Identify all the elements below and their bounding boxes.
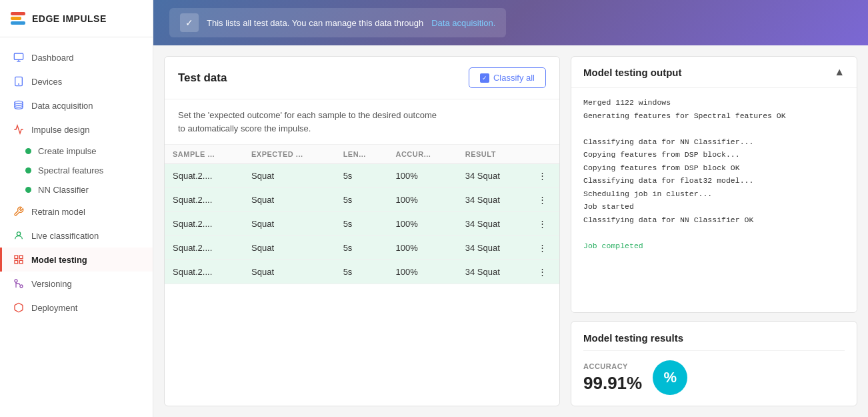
table-row: Squat.2.... Squat 5s 100% 34 Squat ⋮ <box>165 212 559 236</box>
log-line: Generating features for Spectral feature… <box>583 109 845 123</box>
log-line: Merged 1122 windows <box>583 96 845 109</box>
sidebar-item-live-classification[interactable]: Live classification <box>0 224 153 248</box>
accuracy-value: 99.91% <box>583 373 642 394</box>
model-results-title: Model testing results <box>583 332 845 351</box>
git-icon <box>13 278 25 290</box>
model-output-card: Model testing output ▲ Merged 1122 windo… <box>571 56 857 313</box>
table-row: Squat.2.... Squat 5s 100% 34 Squat ⋮ <box>165 164 559 188</box>
cell-sample: Squat.2.... <box>165 212 243 236</box>
tool-icon <box>13 205 25 218</box>
right-panel: Model testing output ▲ Merged 1122 windo… <box>571 56 857 406</box>
sidebar: EDGE IMPULSE Dashboard Devices Data acqu… <box>0 0 153 417</box>
cell-menu[interactable]: ⋮ <box>526 236 559 260</box>
sidebar-item-spectral-features[interactable]: Spectral features <box>0 161 153 180</box>
classify-icon: ✓ <box>480 73 489 83</box>
cell-result: 34 Squat <box>457 236 526 260</box>
banner-link[interactable]: Data acquisition. <box>431 18 495 28</box>
monitor-icon <box>13 51 25 63</box>
grid-icon <box>13 254 25 266</box>
table-row: Squat.2.... Squat 5s 100% 34 Squat ⋮ <box>165 188 559 212</box>
accuracy-label: ACCURACY <box>583 362 642 370</box>
activity-icon <box>13 123 25 135</box>
test-data-title: Test data <box>178 71 227 85</box>
cell-length: 5s <box>335 260 388 284</box>
cell-expected: Squat <box>243 188 335 212</box>
sidebar-label-versioning: Versioning <box>31 279 72 289</box>
collapse-button[interactable]: ▲ <box>834 66 845 78</box>
cell-sample: Squat.2.... <box>165 236 243 260</box>
model-output-header: Model testing output ▲ <box>571 57 857 88</box>
cell-length: 5s <box>335 188 388 212</box>
cell-menu[interactable]: ⋮ <box>526 212 559 236</box>
banner-check-icon: ✓ <box>180 13 199 32</box>
sidebar-label-nn-classifier: NN Classifier <box>38 185 89 195</box>
cell-accuracy: 100% <box>387 164 457 188</box>
cell-sample: Squat.2.... <box>165 164 243 188</box>
sidebar-item-model-testing[interactable]: Model testing <box>0 248 153 272</box>
sidebar-item-devices[interactable]: Devices <box>0 69 153 93</box>
svg-point-5 <box>15 101 23 103</box>
log-line: Classifying data for float32 model... <box>583 174 845 187</box>
col-header-length: LEN... <box>335 145 388 164</box>
tablet-icon <box>13 75 25 87</box>
table-row: Squat.2.... Squat 5s 100% 34 Squat ⋮ <box>165 260 559 284</box>
sidebar-item-data-acquisition[interactable]: Data acquisition <box>0 93 153 117</box>
cell-expected: Squat <box>243 212 335 236</box>
sidebar-logo: EDGE IMPULSE <box>0 0 153 37</box>
svg-rect-7 <box>15 256 18 259</box>
sidebar-item-create-impulse[interactable]: Create impulse <box>0 141 153 161</box>
cell-length: 5s <box>335 164 388 188</box>
svg-point-6 <box>17 232 20 236</box>
sidebar-label-deployment: Deployment <box>31 303 77 313</box>
cell-result: 34 Squat <box>457 164 526 188</box>
svg-point-12 <box>15 280 17 282</box>
table-header-row: SAMPLE ... EXPECTED ... LEN... ACCUR... … <box>165 145 559 164</box>
test-data-description: Set the 'expected outcome' for each samp… <box>165 99 559 145</box>
svg-rect-8 <box>19 256 23 259</box>
classify-all-button[interactable]: ✓ Classify all <box>469 67 546 88</box>
cell-menu[interactable]: ⋮ <box>526 260 559 284</box>
test-data-panel: Test data ✓ Classify all Set the 'expect… <box>164 56 560 406</box>
box-icon <box>13 302 25 314</box>
log-line: Scheduling job in cluster... <box>583 187 845 201</box>
logo-bar-orange <box>11 17 21 20</box>
cell-menu[interactable]: ⋮ <box>526 188 559 212</box>
log-line: Classifying data for NN Classifier... <box>583 135 845 149</box>
sidebar-item-dashboard[interactable]: Dashboard <box>0 45 153 69</box>
sidebar-label-dashboard: Dashboard <box>31 53 74 63</box>
content-area: Test data ✓ Classify all Set the 'expect… <box>153 45 868 417</box>
logo-bar-blue <box>11 21 25 25</box>
sidebar-item-retrain-model[interactable]: Retrain model <box>0 199 153 224</box>
cell-sample: Squat.2.... <box>165 260 243 284</box>
col-header-sample: SAMPLE ... <box>165 145 243 164</box>
sidebar-item-impulse-design[interactable]: Impulse design <box>0 117 153 141</box>
model-results-card: Model testing results ACCURACY 99.91% % <box>571 321 857 406</box>
banner-notice: ✓ This lists all test data. You can mana… <box>169 8 506 37</box>
main-content: ✓ This lists all test data. You can mana… <box>153 0 868 417</box>
logo-icon <box>11 12 25 25</box>
test-data-header: Test data ✓ Classify all <box>165 57 559 99</box>
sidebar-label-retrain-model: Retrain model <box>31 207 85 217</box>
sidebar-item-deployment[interactable]: Deployment <box>0 296 153 320</box>
cell-menu[interactable]: ⋮ <box>526 164 559 188</box>
sidebar-label-impulse-design: Impulse design <box>31 125 89 135</box>
cell-expected: Squat <box>243 164 335 188</box>
model-output-title: Model testing output <box>583 67 681 78</box>
cell-accuracy: 100% <box>387 236 457 260</box>
log-line <box>583 226 845 240</box>
col-header-accuracy: ACCUR... <box>387 145 457 164</box>
top-banner: ✓ This lists all test data. You can mana… <box>153 0 868 45</box>
sidebar-item-nn-classifier[interactable]: NN Classifier <box>0 180 153 199</box>
sidebar-label-spectral-features: Spectral features <box>38 165 103 175</box>
svg-rect-9 <box>19 260 23 264</box>
sidebar-item-versioning[interactable]: Versioning <box>0 272 153 296</box>
cell-expected: Squat <box>243 260 335 284</box>
cell-accuracy: 100% <box>387 212 457 236</box>
classify-btn-label: Classify all <box>493 73 535 83</box>
log-line: Job started <box>583 200 845 214</box>
cell-sample: Squat.2.... <box>165 188 243 212</box>
cell-result: 34 Squat <box>457 212 526 236</box>
cell-result: 34 Squat <box>457 260 526 284</box>
job-completed-label: Job completed <box>583 242 643 250</box>
sidebar-navigation: Dashboard Devices Data acquisition Impul… <box>0 37 153 417</box>
